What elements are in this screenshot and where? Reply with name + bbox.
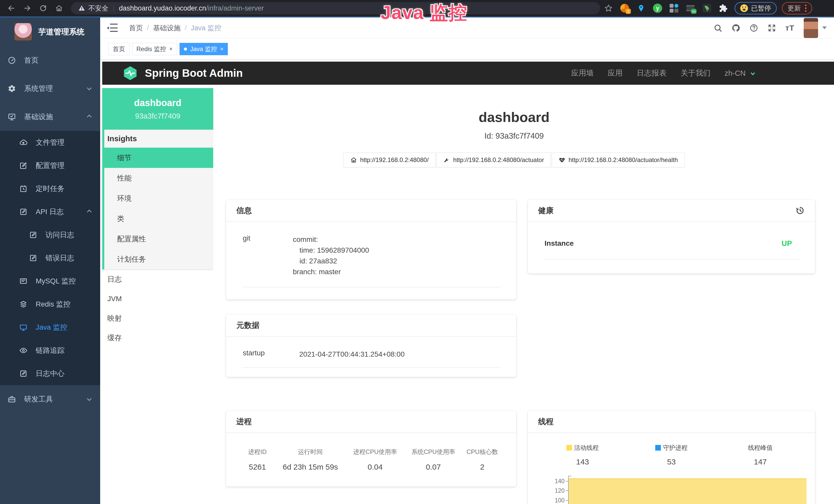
caret-down-icon[interactable] [822, 26, 827, 29]
breadcrumb-home[interactable]: 首页 [129, 23, 143, 32]
sidebar-item-api-log[interactable]: API 日志 [0, 200, 100, 223]
sidebar-item-devtools[interactable]: 研发工具 [0, 385, 100, 413]
process-value-row: 5261 6d 23h 15m 59s 0.04 0.07 2 [239, 456, 503, 472]
process-uptime: 6d 23h 15m 59s [276, 456, 345, 472]
sidebar-item-tracing[interactable]: 链路追踪 [0, 339, 100, 362]
health-card-title: 健康 [538, 205, 553, 216]
git-value: commit: time: 1596289704000 id: 27aa832 … [293, 234, 369, 277]
font-size-icon[interactable]: ᴛT [785, 23, 795, 33]
tab-close-icon[interactable]: × [169, 46, 173, 52]
live-threads-value: 143 [538, 458, 627, 466]
browser-forward-icon[interactable] [23, 4, 32, 13]
sidebar-item-label: Redis 监控 [36, 299, 70, 309]
extensions-puzzle-icon[interactable] [718, 3, 728, 13]
browser-home-icon[interactable] [54, 4, 64, 13]
sidebar-item-infra[interactable]: 基础设施 [0, 103, 100, 131]
y-axis-tick: 120 [528, 487, 565, 494]
sba-side-item-config-props[interactable]: 配置属性 [104, 229, 213, 249]
help-icon[interactable] [749, 23, 759, 33]
sba-side-item-jvm[interactable]: JVM [102, 289, 213, 308]
sidebar-item-error-log[interactable]: 错误日志 [0, 247, 100, 270]
sidebar-item-system[interactable]: 系统管理 [0, 74, 100, 103]
breadcrumb-infra[interactable]: 基础设施 [153, 23, 181, 32]
search-icon[interactable] [713, 23, 723, 33]
sba-nav: 应用墙 应用 日志报表 关于我们 zh-CN [557, 68, 754, 78]
health-url: http://192.168.0.2:48080/actuator/health [568, 156, 678, 164]
metadata-card-title: 元数据 [226, 315, 516, 337]
legend-label: 活动线程 [574, 444, 599, 452]
spring-boot-admin-frame: Spring Boot Admin 应用墙 应用 日志报表 关于我们 zh-CN… [102, 62, 834, 504]
sba-language-select[interactable]: zh-CN [725, 69, 754, 77]
extension-icon-grid[interactable] [669, 3, 679, 13]
paused-profile-chip[interactable]: 已暂停 [734, 2, 777, 15]
extension-icon-pin[interactable] [636, 3, 646, 13]
layers-stack-icon [19, 300, 27, 308]
address-bar[interactable]: 不安全 dashboard.yudao.iocoder.cn /infra/ad… [71, 2, 600, 15]
sidebar-item-redis-monitor[interactable]: Redis 监控 [0, 293, 100, 316]
sidebar-item-label: 系统管理 [24, 84, 53, 93]
sidebar-item-file-manage[interactable]: 文件管理 [0, 131, 100, 154]
github-icon[interactable] [731, 23, 741, 33]
sidebar-item-access-log[interactable]: 访问日志 [0, 223, 100, 247]
document-pencil-icon [19, 369, 27, 378]
y-axis-tick: 100 [528, 497, 565, 504]
extension-icon-sprout[interactable] [702, 3, 712, 13]
sidebar-item-log-center[interactable]: 日志中心 [0, 362, 100, 385]
sba-side-item-metrics[interactable]: 性能 [104, 168, 213, 188]
sidebar-item-scheduled-jobs[interactable]: 定时任务 [0, 177, 100, 200]
sba-side-item-mappings[interactable]: 映射 [102, 308, 213, 328]
service-url-button[interactable]: http://192.168.0.2:48080/ [344, 153, 436, 167]
legend-label: 守护进程 [663, 444, 687, 452]
sidebar-item-home[interactable]: 首页 [0, 46, 100, 74]
app-logo-row[interactable]: 芋道管理系统 [0, 18, 100, 46]
sidebar-item-java-monitor[interactable]: Java 监控 [0, 316, 100, 339]
bookmark-star-icon[interactable] [604, 4, 613, 13]
update-button[interactable]: 更新 [782, 2, 812, 15]
git-commit-line: commit: [293, 234, 369, 245]
timer-icon [19, 185, 27, 193]
dashboard-gauge-icon [8, 56, 16, 65]
tab-close-icon[interactable]: × [220, 46, 223, 52]
app-logo-avatar [14, 23, 32, 41]
extension-icon-orange[interactable]: 1 [619, 3, 630, 13]
sba-side-item-caches[interactable]: 缓存 [102, 328, 213, 348]
sidebar-collapse-icon[interactable] [108, 24, 118, 32]
instance-id: 93a3fc7f7409 [135, 112, 180, 120]
omnibox-divider [113, 5, 114, 12]
sba-side-item-environment[interactable]: 环境 [104, 188, 213, 208]
tab-label: Redis 监控 [136, 45, 166, 53]
browser-back-icon[interactable] [7, 4, 16, 13]
sba-side-item-classes[interactable]: 类 [104, 208, 213, 229]
health-url-button[interactable]: http://192.168.0.2:48080/actuator/health [552, 153, 685, 167]
sidebar-item-mysql-monitor[interactable]: MySQL 监控 [0, 270, 100, 293]
history-icon[interactable] [795, 206, 805, 215]
tab-home[interactable]: 首页 [108, 43, 129, 55]
sidebar-item-config-manage[interactable]: 配置管理 [0, 154, 100, 177]
chevron-up-icon [87, 209, 91, 214]
sba-instance-header[interactable]: dashboard 93a3fc7f7409 [102, 88, 213, 130]
extension-icon-green-circle[interactable]: y [652, 3, 663, 13]
instance-label: Instance [545, 239, 574, 248]
instance-id-line: Id: 93a3fc7f7409 [213, 132, 815, 141]
startup-value: 2021-04-27T00:44:31.254+08:00 [299, 349, 404, 360]
database-panel-icon [19, 277, 27, 285]
fullscreen-icon[interactable] [767, 23, 777, 33]
sba-nav-applications[interactable]: 应用 [608, 68, 622, 78]
process-cpu: 0.04 [345, 456, 405, 472]
actuator-url-button[interactable]: http://192.168.0.2:48080/actuator [436, 153, 551, 167]
sba-side-item-scheduled-tasks[interactable]: 计划任务 [104, 249, 213, 269]
sba-side-item-details[interactable]: 细节 [104, 147, 213, 168]
user-avatar[interactable] [804, 18, 818, 38]
instance-health-row[interactable]: Instance UP [545, 239, 799, 259]
sba-brand[interactable]: Spring Boot Admin [145, 67, 243, 79]
tab-java-monitor[interactable]: Java 监控 × [179, 43, 228, 55]
tab-redis-monitor[interactable]: Redis 监控 × [132, 43, 177, 55]
sba-side-item-logs[interactable]: 日志 [102, 270, 213, 289]
sba-nav-about[interactable]: 关于我们 [681, 68, 710, 78]
browser-reload-icon[interactable] [39, 4, 48, 13]
sba-nav-wallboard[interactable]: 应用墙 [571, 68, 594, 78]
sba-nav-journal[interactable]: 日志报表 [637, 68, 666, 78]
extension-icon-on-switch[interactable]: on [685, 3, 696, 13]
browser-menu-kebab-icon[interactable] [805, 4, 807, 13]
threads-card-title: 线程 [528, 411, 815, 433]
